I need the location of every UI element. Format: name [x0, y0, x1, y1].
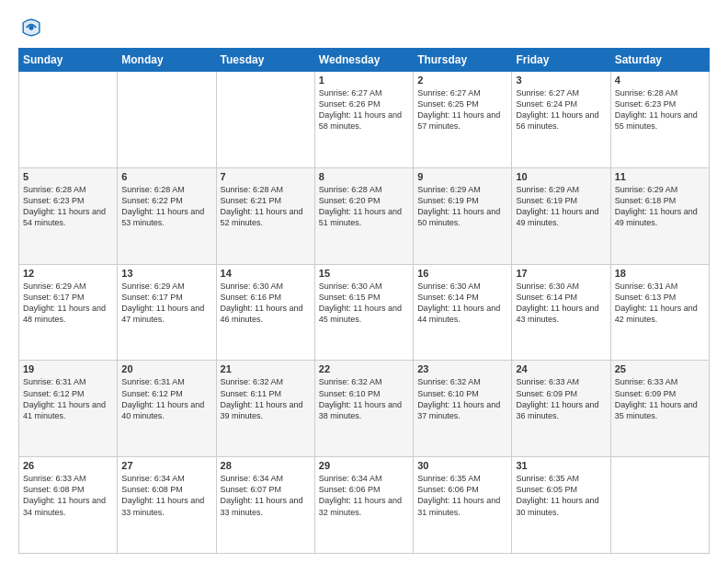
day-info: Sunrise: 6:30 AMSunset: 6:14 PMDaylight:…	[417, 281, 507, 326]
logo	[18, 15, 48, 40]
day-number: 4	[615, 75, 705, 86]
day-number: 16	[417, 268, 507, 279]
day-number: 7	[221, 171, 311, 182]
weekday-header-monday: Monday	[118, 49, 216, 72]
day-info: Sunrise: 6:33 AMSunset: 6:08 PMDaylight:…	[23, 473, 113, 518]
calendar-cell: 14Sunrise: 6:30 AMSunset: 6:16 PMDayligh…	[216, 264, 314, 361]
day-info: Sunrise: 6:29 AMSunset: 6:19 PMDaylight:…	[516, 184, 606, 229]
day-number: 30	[417, 460, 507, 471]
calendar-cell: 10Sunrise: 6:29 AMSunset: 6:19 PMDayligh…	[512, 167, 610, 264]
calendar-cell: 3Sunrise: 6:27 AMSunset: 6:24 PMDaylight…	[512, 72, 610, 168]
day-number: 15	[319, 268, 409, 279]
weekday-header-tuesday: Tuesday	[216, 49, 314, 72]
calendar-cell: 19Sunrise: 6:31 AMSunset: 6:12 PMDayligh…	[19, 361, 118, 457]
header	[18, 15, 710, 40]
calendar-cell: 22Sunrise: 6:32 AMSunset: 6:10 PMDayligh…	[314, 361, 413, 457]
day-number: 22	[319, 363, 409, 374]
day-info: Sunrise: 6:29 AMSunset: 6:18 PMDaylight:…	[615, 184, 705, 229]
day-info: Sunrise: 6:34 AMSunset: 6:08 PMDaylight:…	[121, 473, 211, 518]
calendar-cell	[118, 72, 216, 168]
calendar-cell: 5Sunrise: 6:28 AMSunset: 6:23 PMDaylight…	[19, 167, 118, 264]
day-info: Sunrise: 6:31 AMSunset: 6:12 PMDaylight:…	[121, 376, 211, 421]
day-number: 25	[615, 363, 705, 374]
calendar-cell: 16Sunrise: 6:30 AMSunset: 6:14 PMDayligh…	[414, 264, 512, 361]
calendar-cell: 7Sunrise: 6:28 AMSunset: 6:21 PMDaylight…	[216, 167, 314, 264]
day-info: Sunrise: 6:28 AMSunset: 6:23 PMDaylight:…	[615, 87, 705, 132]
calendar-cell: 8Sunrise: 6:28 AMSunset: 6:20 PMDaylight…	[314, 167, 413, 264]
weekday-header-friday: Friday	[512, 49, 610, 72]
calendar-cell	[610, 457, 709, 554]
day-number: 31	[516, 460, 606, 471]
day-number: 14	[221, 268, 311, 279]
week-row-3: 12Sunrise: 6:29 AMSunset: 6:17 PMDayligh…	[19, 264, 710, 361]
svg-point-1	[28, 25, 33, 29]
weekday-header-thursday: Thursday	[414, 49, 512, 72]
calendar-cell: 25Sunrise: 6:33 AMSunset: 6:09 PMDayligh…	[610, 361, 709, 457]
page: SundayMondayTuesdayWednesdayThursdayFrid…	[0, 0, 728, 563]
day-info: Sunrise: 6:28 AMSunset: 6:22 PMDaylight:…	[121, 184, 211, 229]
day-number: 1	[319, 75, 409, 86]
day-number: 3	[516, 75, 606, 86]
day-number: 27	[121, 460, 211, 471]
calendar-cell: 6Sunrise: 6:28 AMSunset: 6:22 PMDaylight…	[118, 167, 216, 264]
day-info: Sunrise: 6:32 AMSunset: 6:10 PMDaylight:…	[319, 376, 409, 421]
day-number: 19	[23, 363, 113, 374]
day-info: Sunrise: 6:34 AMSunset: 6:06 PMDaylight:…	[319, 473, 409, 518]
day-info: Sunrise: 6:30 AMSunset: 6:16 PMDaylight:…	[221, 281, 311, 326]
calendar-cell	[19, 72, 118, 168]
day-number: 24	[516, 363, 606, 374]
day-number: 11	[615, 171, 705, 182]
day-info: Sunrise: 6:32 AMSunset: 6:11 PMDaylight:…	[221, 376, 311, 421]
calendar-cell: 9Sunrise: 6:29 AMSunset: 6:19 PMDaylight…	[414, 167, 512, 264]
calendar-cell: 31Sunrise: 6:35 AMSunset: 6:05 PMDayligh…	[512, 457, 610, 554]
week-row-2: 5Sunrise: 6:28 AMSunset: 6:23 PMDaylight…	[19, 167, 710, 264]
logo-icon	[18, 15, 44, 40]
day-info: Sunrise: 6:27 AMSunset: 6:24 PMDaylight:…	[516, 87, 606, 132]
calendar-cell: 29Sunrise: 6:34 AMSunset: 6:06 PMDayligh…	[314, 457, 413, 554]
day-info: Sunrise: 6:34 AMSunset: 6:07 PMDaylight:…	[221, 473, 311, 518]
day-number: 18	[615, 268, 705, 279]
calendar-cell: 15Sunrise: 6:30 AMSunset: 6:15 PMDayligh…	[314, 264, 413, 361]
calendar-cell: 24Sunrise: 6:33 AMSunset: 6:09 PMDayligh…	[512, 361, 610, 457]
week-row-5: 26Sunrise: 6:33 AMSunset: 6:08 PMDayligh…	[19, 457, 710, 554]
day-number: 13	[121, 268, 211, 279]
calendar-cell: 12Sunrise: 6:29 AMSunset: 6:17 PMDayligh…	[19, 264, 118, 361]
day-info: Sunrise: 6:32 AMSunset: 6:10 PMDaylight:…	[417, 376, 507, 421]
calendar-cell: 30Sunrise: 6:35 AMSunset: 6:06 PMDayligh…	[414, 457, 512, 554]
calendar-cell: 1Sunrise: 6:27 AMSunset: 6:26 PMDaylight…	[314, 72, 413, 168]
day-info: Sunrise: 6:28 AMSunset: 6:21 PMDaylight:…	[221, 184, 311, 229]
day-info: Sunrise: 6:33 AMSunset: 6:09 PMDaylight:…	[516, 376, 606, 421]
day-info: Sunrise: 6:28 AMSunset: 6:23 PMDaylight:…	[23, 184, 113, 229]
day-info: Sunrise: 6:28 AMSunset: 6:20 PMDaylight:…	[319, 184, 409, 229]
weekday-header-sunday: Sunday	[19, 49, 118, 72]
day-number: 2	[417, 75, 507, 86]
day-info: Sunrise: 6:33 AMSunset: 6:09 PMDaylight:…	[615, 376, 705, 421]
day-number: 21	[221, 363, 311, 374]
week-row-4: 19Sunrise: 6:31 AMSunset: 6:12 PMDayligh…	[19, 361, 710, 457]
day-number: 9	[417, 171, 507, 182]
calendar-cell: 23Sunrise: 6:32 AMSunset: 6:10 PMDayligh…	[414, 361, 512, 457]
calendar-cell: 2Sunrise: 6:27 AMSunset: 6:25 PMDaylight…	[414, 72, 512, 168]
calendar-cell: 28Sunrise: 6:34 AMSunset: 6:07 PMDayligh…	[216, 457, 314, 554]
calendar-cell: 18Sunrise: 6:31 AMSunset: 6:13 PMDayligh…	[610, 264, 709, 361]
day-info: Sunrise: 6:27 AMSunset: 6:26 PMDaylight:…	[319, 87, 409, 132]
day-number: 28	[221, 460, 311, 471]
day-number: 17	[516, 268, 606, 279]
calendar-cell: 4Sunrise: 6:28 AMSunset: 6:23 PMDaylight…	[610, 72, 709, 168]
day-number: 10	[516, 171, 606, 182]
day-info: Sunrise: 6:31 AMSunset: 6:12 PMDaylight:…	[23, 376, 113, 421]
day-info: Sunrise: 6:27 AMSunset: 6:25 PMDaylight:…	[417, 87, 507, 132]
calendar-table: SundayMondayTuesdayWednesdayThursdayFrid…	[18, 48, 710, 554]
day-number: 23	[417, 363, 507, 374]
calendar-cell: 21Sunrise: 6:32 AMSunset: 6:11 PMDayligh…	[216, 361, 314, 457]
day-info: Sunrise: 6:29 AMSunset: 6:17 PMDaylight:…	[121, 281, 211, 326]
weekday-header-row: SundayMondayTuesdayWednesdayThursdayFrid…	[19, 49, 710, 72]
calendar-cell: 27Sunrise: 6:34 AMSunset: 6:08 PMDayligh…	[118, 457, 216, 554]
calendar-cell: 20Sunrise: 6:31 AMSunset: 6:12 PMDayligh…	[118, 361, 216, 457]
day-number: 12	[23, 268, 113, 279]
day-number: 8	[319, 171, 409, 182]
day-info: Sunrise: 6:29 AMSunset: 6:19 PMDaylight:…	[417, 184, 507, 229]
day-number: 6	[121, 171, 211, 182]
calendar-cell: 26Sunrise: 6:33 AMSunset: 6:08 PMDayligh…	[19, 457, 118, 554]
calendar-cell: 13Sunrise: 6:29 AMSunset: 6:17 PMDayligh…	[118, 264, 216, 361]
